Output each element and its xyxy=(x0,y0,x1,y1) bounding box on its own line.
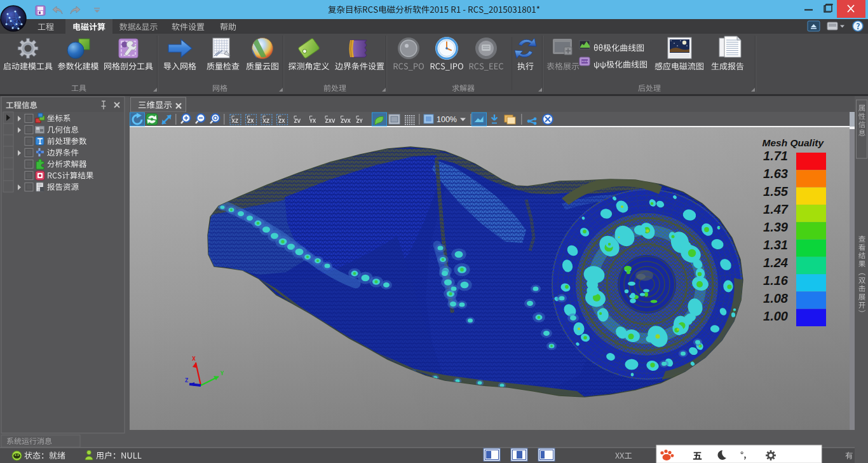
svg-text:100%: 100% xyxy=(437,115,457,124)
svg-text:1.39: 1.39 xyxy=(763,220,789,234)
svg-text:1.16: 1.16 xyxy=(763,273,789,287)
svg-text:1.63: 1.63 xyxy=(763,167,788,181)
svg-text:1.08: 1.08 xyxy=(763,291,789,305)
svg-text:1.24: 1.24 xyxy=(763,256,788,270)
svg-text:1.31: 1.31 xyxy=(763,238,788,252)
svg-text:1.55: 1.55 xyxy=(763,184,789,198)
svg-text:Mesh Quality: Mesh Quality xyxy=(763,137,825,148)
svg-text:1.00: 1.00 xyxy=(763,309,788,323)
svg-text:1.47: 1.47 xyxy=(763,202,789,216)
svg-text:1.71: 1.71 xyxy=(763,149,788,163)
